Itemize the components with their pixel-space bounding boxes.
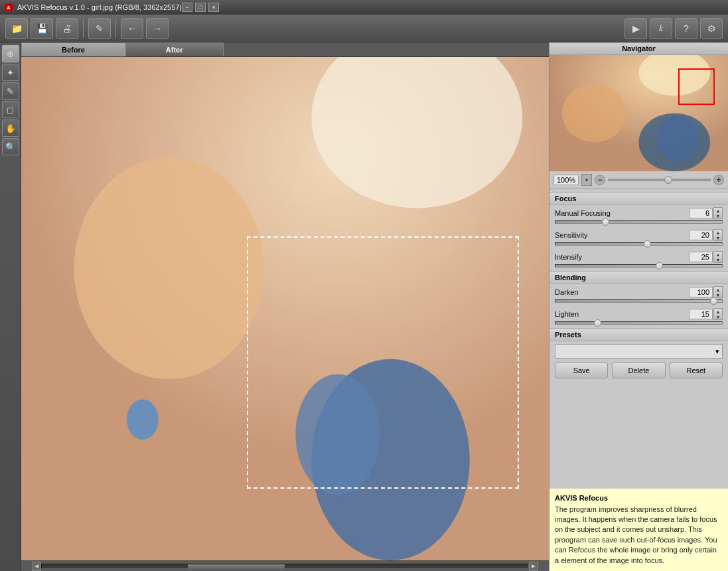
svg-point-8 bbox=[562, 84, 626, 143]
lighten-value-box: 15 ▲ ▼ bbox=[689, 308, 723, 320]
tab-after[interactable]: After bbox=[125, 42, 224, 56]
presets-dropdown[interactable]: ▾ bbox=[555, 344, 723, 359]
separator-1 bbox=[83, 19, 84, 38]
manual-focusing-spinner[interactable]: ▲ ▼ bbox=[713, 207, 723, 219]
darken-up[interactable]: ▲ bbox=[714, 287, 722, 292]
navigator-viewport-rect[interactable] bbox=[678, 68, 715, 105]
left-tools-panel: ⊕ ✦ ✎ ◻ ✋ 🔍 bbox=[0, 42, 21, 571]
svg-point-4 bbox=[295, 374, 380, 495]
manual-focusing-thumb[interactable] bbox=[602, 218, 609, 226]
info-box: AKVIS Refocus The program improves sharp… bbox=[549, 488, 728, 571]
sensitivity-thumb[interactable] bbox=[644, 240, 651, 248]
minimize-button[interactable]: − bbox=[182, 3, 192, 12]
brush-icon: ✎ bbox=[96, 23, 104, 34]
lighten-param: Lighten 15 ▲ ▼ bbox=[549, 306, 728, 328]
help-button[interactable]: ? bbox=[675, 18, 697, 39]
settings-button[interactable]: ⚙ bbox=[700, 18, 723, 39]
intensify-thumb[interactable] bbox=[656, 262, 663, 270]
zoom-out-button[interactable]: − bbox=[595, 175, 605, 185]
scrollbar-thumb[interactable] bbox=[188, 564, 285, 568]
pencil-tool[interactable]: ✎ bbox=[2, 82, 19, 100]
image-canvas[interactable] bbox=[21, 57, 549, 560]
save-icon: 💾 bbox=[36, 23, 48, 34]
presets-delete-button[interactable]: Delete bbox=[612, 363, 665, 378]
print-button[interactable]: 🖨 bbox=[56, 18, 78, 39]
zoom-dropdown-button[interactable]: ▾ bbox=[581, 174, 592, 186]
presets-save-button[interactable]: Save bbox=[555, 363, 608, 378]
manual-focusing-down[interactable]: ▼ bbox=[714, 213, 722, 218]
tab-before[interactable]: Before bbox=[21, 42, 125, 56]
run-icon: ▶ bbox=[632, 23, 640, 34]
sensitivity-down[interactable]: ▼ bbox=[714, 235, 722, 240]
lighten-row: Lighten 15 ▲ ▼ bbox=[555, 308, 723, 320]
hand-icon: ✋ bbox=[5, 123, 16, 133]
scroll-right-button[interactable]: ▶ bbox=[529, 562, 538, 571]
darken-spinner[interactable]: ▲ ▼ bbox=[713, 286, 723, 298]
lighten-value: 15 bbox=[689, 309, 713, 319]
eraser-tool[interactable]: ◻ bbox=[2, 101, 19, 118]
redo-button[interactable]: → bbox=[146, 18, 169, 39]
horizontal-scrollbar[interactable]: ◀ ▶ bbox=[21, 560, 549, 571]
sensitivity-spinner[interactable]: ▲ ▼ bbox=[713, 229, 723, 241]
hand-tool[interactable]: ✋ bbox=[2, 120, 19, 137]
help-icon: ? bbox=[684, 23, 689, 34]
sensitivity-label: Sensitivity bbox=[555, 231, 588, 239]
chevron-down-icon: ▾ bbox=[585, 177, 588, 183]
presets-buttons: Save Delete Reset bbox=[555, 363, 723, 378]
lighten-down[interactable]: ▼ bbox=[714, 314, 722, 319]
open-file-button[interactable]: 📁 bbox=[5, 18, 28, 39]
intensify-down[interactable]: ▼ bbox=[714, 257, 722, 262]
eraser-icon: ◻ bbox=[7, 105, 14, 115]
open-icon: 📁 bbox=[11, 23, 23, 34]
blending-section-header: Blending bbox=[549, 271, 728, 284]
main-area: ⊕ ✦ ✎ ◻ ✋ 🔍 Before After bbox=[0, 42, 728, 571]
presets-reset-button[interactable]: Reset bbox=[670, 363, 723, 378]
zoom-in-button[interactable]: + bbox=[713, 175, 724, 185]
sensitivity-row: Sensitivity 20 ▲ ▼ bbox=[555, 229, 723, 241]
lighten-slider[interactable] bbox=[555, 321, 723, 325]
undo-button[interactable]: ← bbox=[121, 18, 143, 39]
toolbar: 📁 💾 🖨 ✎ ← → ▶ 𝑘 ? ⚙ bbox=[0, 15, 728, 42]
zoom-tool[interactable]: ⊕ bbox=[2, 45, 19, 62]
save-button[interactable]: 💾 bbox=[31, 18, 53, 39]
scrollbar-track[interactable] bbox=[41, 564, 529, 569]
intensify-param: Intensify 25 ▲ ▼ bbox=[549, 249, 728, 271]
zoom-slider-thumb[interactable] bbox=[664, 176, 672, 184]
scroll-left-button[interactable]: ◀ bbox=[32, 562, 41, 571]
info-button[interactable]: 𝑘 bbox=[650, 18, 672, 39]
titlebar: A AKVIS Refocus v.1.0 - girl.jpg (RGB/8,… bbox=[0, 0, 728, 15]
darken-down[interactable]: ▼ bbox=[714, 292, 722, 297]
intensify-spinner[interactable]: ▲ ▼ bbox=[713, 251, 723, 263]
intensify-slider[interactable] bbox=[555, 264, 723, 268]
intensify-row: Intensify 25 ▲ ▼ bbox=[555, 251, 723, 263]
lighten-spinner[interactable]: ▲ ▼ bbox=[713, 308, 723, 320]
manual-focusing-slider[interactable] bbox=[555, 220, 723, 224]
manual-focusing-up[interactable]: ▲ bbox=[714, 208, 722, 213]
intensify-value: 25 bbox=[689, 252, 713, 262]
lighten-up[interactable]: ▲ bbox=[714, 309, 722, 314]
brush-button[interactable]: ✎ bbox=[88, 18, 111, 39]
navigator-preview[interactable] bbox=[549, 55, 728, 171]
maximize-button[interactable]: □ bbox=[195, 3, 206, 12]
sensitivity-slider[interactable] bbox=[555, 242, 723, 246]
intensify-up[interactable]: ▲ bbox=[714, 252, 722, 257]
sensitivity-up[interactable]: ▲ bbox=[714, 230, 722, 235]
darken-value: 100 bbox=[689, 287, 713, 297]
window-controls[interactable]: − □ × bbox=[182, 3, 219, 12]
lighten-label: Lighten bbox=[555, 310, 579, 318]
sensitivity-value: 20 bbox=[689, 230, 713, 240]
manual-focusing-label: Manual Focusing bbox=[555, 209, 611, 217]
lighten-thumb[interactable] bbox=[594, 319, 601, 327]
selection-tool[interactable]: ✦ bbox=[2, 64, 19, 81]
darken-thumb[interactable] bbox=[710, 297, 717, 305]
navigator-header: Navigator bbox=[549, 42, 728, 55]
magnify-tool[interactable]: 🔍 bbox=[2, 138, 19, 155]
close-button[interactable]: × bbox=[208, 3, 219, 12]
intensify-value-box: 25 ▲ ▼ bbox=[689, 251, 723, 263]
darken-slider[interactable] bbox=[555, 299, 723, 303]
run-button[interactable]: ▶ bbox=[624, 18, 647, 39]
info-icon: 𝑘 bbox=[659, 23, 663, 34]
zoom-slider[interactable] bbox=[608, 179, 711, 181]
magnify-icon: 🔍 bbox=[5, 142, 16, 152]
svg-point-10 bbox=[656, 116, 699, 162]
